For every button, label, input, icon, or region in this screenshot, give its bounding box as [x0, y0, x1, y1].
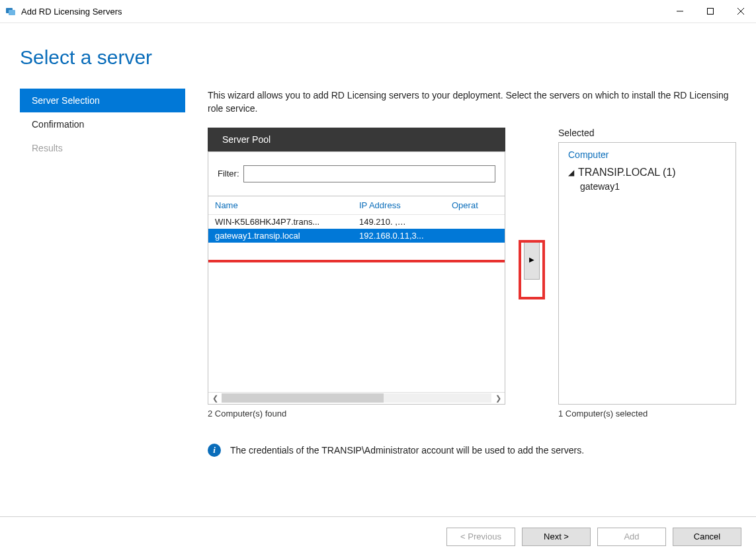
nav-item-results: Results: [20, 136, 185, 160]
filter-input[interactable]: [243, 165, 496, 182]
selected-header[interactable]: Computer: [568, 149, 726, 160]
scroll-left-icon[interactable]: ❮: [210, 394, 220, 403]
pool-found-text: 2 Computer(s) found: [208, 409, 505, 418]
selected-panel: Computer ◢ TRANSIP.LOCAL (1) gateway1: [558, 142, 736, 405]
page-title: Select a server: [20, 46, 736, 69]
window-controls: [665, 0, 756, 22]
info-row: i The credentials of the TRANSIP\Adminis…: [208, 444, 736, 457]
horizontal-scrollbar[interactable]: ❮ ❯: [208, 392, 505, 404]
pool-column-headers: Name IP Address Operat: [208, 196, 505, 215]
nav-item-label: Server Selection: [32, 95, 100, 106]
nav-item-server-selection[interactable]: Server Selection: [20, 89, 185, 112]
nav-item-label: Results: [32, 143, 63, 153]
table-row[interactable]: gateway1.transip.local 192.168.0.11,3...: [208, 229, 505, 243]
table-row[interactable]: WIN-K5L68HKJ4P7.trans... 149.210. ,…: [208, 215, 505, 229]
col-header-ip[interactable]: IP Address: [359, 200, 452, 210]
close-button[interactable]: [726, 0, 756, 22]
cell-name: gateway1.transip.local: [215, 231, 359, 241]
cell-ip: 192.168.0.11,3...: [359, 231, 452, 241]
pool-rows: WIN-K5L68HKJ4P7.trans... 149.210. ,… gat…: [208, 215, 505, 392]
minimize-button[interactable]: [665, 0, 695, 22]
tree-collapse-icon[interactable]: ◢: [568, 168, 574, 177]
col-header-os[interactable]: Operat: [452, 200, 498, 210]
filter-label: Filter:: [218, 169, 239, 179]
col-header-name[interactable]: Name: [215, 200, 359, 210]
titlebar: Add RD Licensing Servers: [0, 0, 756, 23]
intro-text: This wizard allows you to add RD Licensi…: [208, 89, 736, 116]
nav-item-label: Confirmation: [32, 119, 84, 130]
selected-group[interactable]: ◢ TRANSIP.LOCAL (1): [568, 167, 726, 179]
selected-item[interactable]: gateway1: [568, 181, 726, 192]
previous-button: < Previous: [446, 528, 515, 546]
server-pool-tab[interactable]: Server Pool: [208, 128, 505, 151]
scroll-track[interactable]: [222, 393, 491, 403]
info-text: The credentials of the TRANSIP\Administr…: [230, 445, 584, 456]
window-title: Add RD Licensing Servers: [21, 7, 122, 17]
wizard-nav: Server Selection Confirmation Results: [20, 89, 185, 457]
chevron-right-icon: ▶: [529, 256, 534, 263]
move-right-button[interactable]: ▶: [524, 240, 540, 280]
selected-count-text: 1 Computer(s) selected: [558, 409, 736, 418]
nav-item-confirmation[interactable]: Confirmation: [20, 112, 185, 136]
selected-item-label: gateway1: [580, 181, 620, 192]
cell-ip: 149.210. ,…: [359, 217, 452, 227]
scroll-right-icon[interactable]: ❯: [493, 394, 503, 403]
app-icon: [5, 6, 16, 17]
svg-rect-3: [708, 9, 714, 15]
add-button: Add: [597, 528, 666, 546]
wizard-footer: < Previous Next > Add Cancel: [0, 516, 756, 556]
cell-name: WIN-K5L68HKJ4P7.trans...: [215, 217, 359, 227]
cancel-button[interactable]: Cancel: [673, 528, 741, 546]
server-pool-panel: Filter: Name IP Address Operat WIN-K5L68…: [208, 151, 505, 405]
selected-group-label: TRANSIP.LOCAL (1): [578, 167, 676, 179]
next-button[interactable]: Next >: [522, 528, 591, 546]
info-icon: i: [208, 444, 221, 457]
svg-rect-1: [9, 10, 15, 15]
selected-title: Selected: [558, 128, 736, 138]
maximize-button[interactable]: [695, 0, 726, 22]
